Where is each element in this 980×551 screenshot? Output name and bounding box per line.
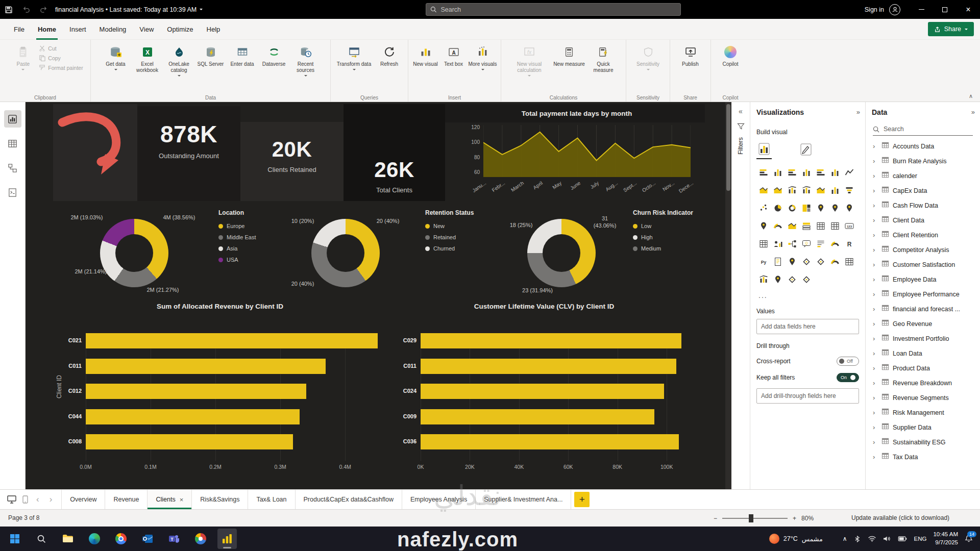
redo-icon[interactable] [35, 0, 52, 19]
sign-in-link[interactable]: Sign in [865, 6, 884, 13]
gauge-icon[interactable] [771, 219, 785, 233]
menu-view[interactable]: View [133, 19, 160, 40]
zoom-slider-handle[interactable] [749, 514, 753, 522]
table-row-customer-satisfaction[interactable]: ›Customer Satisfaction [872, 257, 980, 272]
next-page-arrow[interactable]: › [47, 494, 55, 505]
waterfall-chart-icon[interactable] [828, 183, 842, 197]
table-row-geo-revenue[interactable]: ›Geo Revenue [872, 316, 980, 331]
legend-item-churned[interactable]: Churned [425, 243, 492, 254]
new-card-icon[interactable]: 123 [842, 219, 856, 233]
bar-C021[interactable] [86, 333, 378, 348]
legend-item-new[interactable]: New [425, 220, 492, 232]
quick-measure-button[interactable]: Quick measure [586, 43, 620, 73]
file-explorer-icon[interactable] [58, 529, 78, 549]
document-title[interactable]: financial Analysis • Last saved: Today a… [55, 6, 203, 13]
sql-server-button[interactable]: SQL Server [195, 43, 227, 67]
close-page-icon[interactable]: × [180, 496, 184, 504]
legend-item-high[interactable]: High [633, 232, 699, 243]
bar-chart-allocated-revenue[interactable]: 0.0M0.1M0.2M0.3M0.4MC021C011C012C044C008 [86, 333, 392, 481]
stacked-column-chart-icon[interactable] [771, 165, 785, 180]
table-row-investment-portfolio[interactable]: ›Investment Portfolio [872, 331, 980, 346]
donut-chart-location[interactable] [100, 219, 168, 287]
copy-button[interactable]: Copy [39, 55, 83, 61]
global-search-box[interactable] [426, 3, 681, 16]
excel-workbook-button[interactable]: X Excel workbook [132, 43, 163, 73]
expand-table-chevron-icon[interactable]: › [873, 290, 878, 298]
expand-table-chevron-icon[interactable]: › [873, 157, 878, 165]
collapse-visualizations-icon[interactable]: » [856, 108, 860, 116]
desktop-layout-icon[interactable] [7, 495, 16, 504]
table-row-supplier-data[interactable]: ›Supplier Data [872, 420, 980, 435]
get-more-visuals-icon[interactable] [799, 272, 814, 287]
values-field-well[interactable]: Add data fields here [756, 319, 859, 334]
power-apps-icon[interactable] [799, 255, 814, 269]
close-button[interactable]: × [957, 0, 980, 19]
bar-C011[interactable] [86, 359, 326, 374]
table-row-burn-rate-analysis[interactable]: ›Burn Rate Analysis [872, 154, 980, 168]
menu-help[interactable]: Help [200, 19, 227, 40]
menu-modeling[interactable]: Modeling [93, 19, 133, 40]
expand-table-chevron-icon[interactable]: › [873, 320, 878, 328]
table-row-employee-performance[interactable]: ›Employee Performance [872, 287, 980, 302]
volume-icon[interactable] [883, 536, 891, 542]
search-input[interactable] [440, 6, 676, 13]
expand-table-chevron-icon[interactable]: › [873, 423, 878, 431]
format-visual-mode-button[interactable] [798, 140, 814, 159]
metrics-icon[interactable] [828, 237, 842, 251]
legend-item-usa[interactable]: USA [218, 254, 285, 265]
copilot-button[interactable]: Copilot [715, 43, 746, 67]
table-row-financial-and-forecast-[interactable]: ›financial and forecast ... [872, 302, 980, 316]
expand-table-chevron-icon[interactable]: › [873, 142, 878, 150]
minimize-button[interactable] [910, 0, 933, 19]
bar-C012[interactable] [86, 384, 306, 399]
drill-through-field-well[interactable]: Add drill-through fields here [756, 388, 859, 404]
teams-icon[interactable]: T [164, 529, 184, 549]
new-visual-button[interactable]: New visual [411, 43, 440, 67]
language-indicator[interactable]: ENG [914, 536, 926, 542]
paginated-report-icon[interactable] [771, 255, 785, 269]
ribbon-chart-icon[interactable] [814, 183, 828, 197]
get-data-button[interactable]: Get data [100, 43, 132, 72]
expand-filters-icon[interactable]: « [739, 107, 743, 115]
expand-table-chevron-icon[interactable]: › [873, 202, 878, 209]
zoom-out-button[interactable]: − [714, 515, 717, 522]
expand-table-chevron-icon[interactable]: › [873, 231, 878, 239]
table-icon[interactable] [814, 219, 828, 233]
table-row-client-retention[interactable]: ›Client Retention [872, 228, 980, 242]
arcgis-map-icon[interactable] [785, 255, 799, 269]
table-row-revenue-breakdown[interactable]: ›Revenue Breakdown [872, 375, 980, 390]
report-view-button[interactable] [4, 110, 21, 128]
donut-chart-churn-risk[interactable] [527, 219, 596, 287]
power-bi-taskbar-icon[interactable] [217, 529, 237, 549]
table-row-product-data[interactable]: ›Product Data [872, 361, 980, 375]
page-tab-supplier-investment-ana-[interactable]: Supplier& Investment Ana... [476, 490, 571, 509]
bar-C044[interactable] [86, 409, 300, 424]
expand-table-chevron-icon[interactable]: › [873, 349, 878, 357]
donut-chart-retention-status[interactable] [311, 219, 380, 287]
page-tab-risk-savings[interactable]: Risk&Savings [192, 490, 248, 509]
bar-C011[interactable] [421, 359, 676, 374]
page-tab-overview[interactable]: Overview [61, 490, 105, 509]
clustered-column-chart-icon[interactable] [799, 165, 814, 180]
table-row-tax-data[interactable]: ›Tax Data [872, 449, 980, 464]
stacked-bar-chart-icon[interactable] [756, 165, 771, 180]
more-visual-options[interactable]: ... [758, 291, 859, 299]
enter-data-button[interactable]: Enter data [227, 43, 258, 67]
transform-data-button[interactable]: Transform data [334, 43, 374, 72]
synoptic-panel-icon[interactable] [785, 272, 799, 287]
shape-map-icon[interactable] [842, 201, 856, 215]
multi-row-card-icon[interactable] [756, 237, 771, 251]
browser-icon[interactable] [191, 529, 210, 549]
menu-file[interactable]: File [7, 19, 31, 40]
data-search-box[interactable] [873, 126, 973, 136]
filters-vertical-label[interactable]: Filters [737, 137, 744, 155]
menu-home[interactable]: Home [31, 19, 63, 40]
table-row-revenue-segments[interactable]: ›Revenue Segments [872, 390, 980, 405]
page-tab-product-capex-data-cashflow[interactable]: Product&CapEx data&Cashflow [296, 490, 402, 509]
page-tab-employees-analysis[interactable]: Employees Analysis [402, 490, 476, 509]
table-row-employee-data[interactable]: ›Employee Data [872, 272, 980, 287]
table-view-button[interactable] [4, 135, 21, 152]
donut-chart-icon[interactable] [785, 201, 799, 215]
legend-item-retained[interactable]: Retained [425, 232, 492, 243]
collapse-ribbon-icon[interactable]: ∧ [969, 93, 973, 99]
